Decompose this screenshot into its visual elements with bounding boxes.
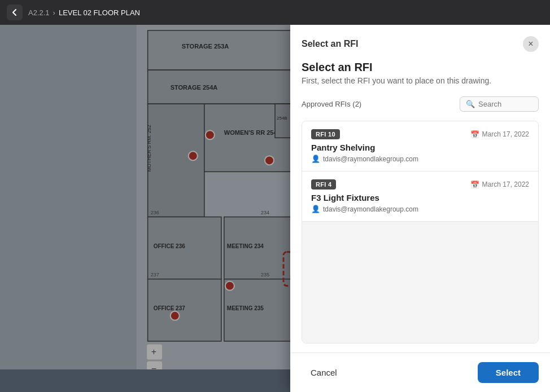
modal-intro: Select an RFI First, select the RFI you … [302,61,539,85]
modal-header: Select an RFI × [290,25,550,52]
rfi-item-header: RFI 10 📅 March 17, 2022 [311,129,529,139]
calendar-icon: 📅 [470,130,479,139]
rfi-date: 📅 March 17, 2022 [470,180,529,189]
cancel-button[interactable]: Cancel [302,362,346,383]
rfi-email-text: tdavis@raymondlakegroup.com [323,205,418,213]
modal-close-button[interactable]: × [523,36,539,52]
modal-overlay: Select an RFI × Select an RFI First, sel… [0,25,550,392]
rfi-date-text: March 17, 2022 [482,180,529,188]
breadcrumb-separator: › [53,8,55,17]
rfi-date-text: March 17, 2022 [482,130,529,138]
rfi-select-modal: Select an RFI × Select an RFI First, sel… [290,25,550,392]
user-icon: 👤 [311,205,320,213]
main-area: STORAGE 253A STORAGE 254A MOTHER'S RM. 2… [0,25,550,392]
rfi-badge: RFI 4 [311,179,336,190]
top-bar: A2.2.1 › LEVEL 02 FLOOR PLAN [0,0,550,25]
modal-body: Select an RFI First, select the RFI you … [290,52,550,353]
rfi-item[interactable]: RFI 10 📅 March 17, 2022 Pantry Shelving … [302,121,538,171]
search-input[interactable] [478,100,532,108]
rfi-email: 👤 tdavis@raymondlakegroup.com [311,155,529,163]
breadcrumb-prefix: A2.2.1 [28,8,50,17]
select-button[interactable]: Select [478,362,539,383]
search-icon: 🔍 [466,100,475,108]
modal-header-title: Select an RFI [302,39,358,49]
rfi-name: F3 Light Fixtures [311,193,529,202]
rfi-email: 👤 tdavis@raymondlakegroup.com [311,205,529,213]
rfi-empty-space [302,222,538,343]
back-button[interactable] [7,5,23,20]
rfi-filter-row: Approved RFIs (2) 🔍 [302,96,539,112]
close-icon: × [528,39,533,49]
modal-subtitle: Select an RFI [302,61,539,74]
breadcrumb-title: LEVEL 02 FLOOR PLAN [59,8,140,17]
approved-label: Approved RFIs (2) [302,100,361,108]
rfi-item-header: RFI 4 📅 March 17, 2022 [311,179,529,190]
search-box[interactable]: 🔍 [460,96,539,112]
rfi-date: 📅 March 17, 2022 [470,130,529,139]
calendar-icon: 📅 [470,180,479,189]
rfi-item[interactable]: RFI 4 📅 March 17, 2022 F3 Light Fixtures… [302,171,538,222]
modal-description: First, select the RFI you want to place … [302,76,539,85]
user-icon: 👤 [311,155,320,163]
rfi-name: Pantry Shelving [311,143,529,152]
modal-footer: Cancel Select [290,353,550,392]
breadcrumb: A2.2.1 › LEVEL 02 FLOOR PLAN [28,8,140,17]
rfi-email-text: tdavis@raymondlakegroup.com [323,155,418,163]
rfi-badge: RFI 10 [311,129,340,139]
rfi-list: RFI 10 📅 March 17, 2022 Pantry Shelving … [302,121,539,343]
